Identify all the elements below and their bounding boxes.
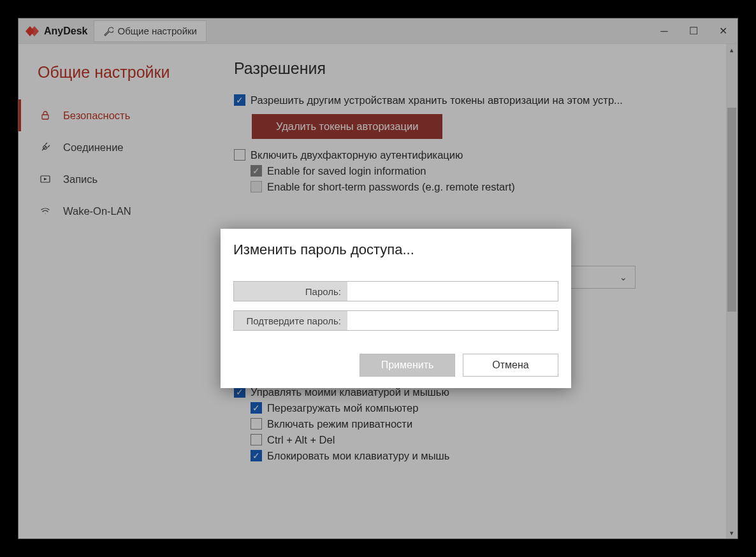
confirm-field-row: Подтвердите пароль:: [233, 310, 558, 331]
checkbox-icon: ✓: [251, 165, 262, 177]
sidebar-item-label: Соединение: [63, 141, 124, 154]
checkbox-restart[interactable]: ✓ Перезагружать мой компьютер: [251, 402, 722, 414]
checkbox-label: Блокировать мои клавиатуру и мышь: [267, 450, 449, 462]
password-field-row: Пароль:: [233, 281, 558, 301]
checkbox-two-factor[interactable]: Включить двухфакторную аутентификацию: [234, 149, 722, 161]
maximize-button[interactable]: ☐: [679, 18, 708, 43]
checkbox-privacy[interactable]: Включать режим приватности: [251, 418, 722, 430]
checkbox-icon: ✓: [234, 94, 245, 106]
checkbox-label: Включать режим приватности: [267, 418, 412, 430]
checkbox-label: Enable for short-term passwords (e.g. re…: [267, 181, 515, 193]
checkbox-label: Ctrl + Alt + Del: [267, 434, 335, 446]
sidebar-item-security[interactable]: Безопасность: [18, 99, 222, 131]
password-label: Пароль:: [234, 282, 347, 301]
content-heading: Разрешения: [234, 59, 722, 78]
tab-general-settings[interactable]: Общие настройки: [94, 20, 207, 42]
checkbox-block-kbm[interactable]: ✓ Блокировать мои клавиатуру и мышь: [251, 450, 722, 462]
password-input[interactable]: [347, 282, 558, 301]
titlebar: AnyDesk Общие настройки ─ ☐ ✕: [18, 18, 738, 44]
sidebar-item-connection[interactable]: Соединение: [18, 131, 222, 163]
minimize-button[interactable]: ─: [650, 18, 679, 43]
sidebar-title: Общие настройки: [18, 54, 222, 99]
wrench-icon: [103, 26, 113, 36]
confirm-input[interactable]: [347, 311, 558, 330]
checkbox-icon: [234, 149, 245, 161]
record-icon: [40, 174, 54, 184]
checkbox-enable-saved[interactable]: ✓ Enable for saved login information: [251, 165, 722, 177]
sidebar-item-wol[interactable]: Wake-On-LAN: [18, 195, 222, 227]
sidebar-item-record[interactable]: Запись: [18, 163, 222, 195]
checkbox-allow-tokens[interactable]: ✓ Разрешить другим устройствам хранить т…: [234, 94, 722, 106]
checkbox-icon: ✓: [251, 450, 262, 461]
checkbox-icon: [251, 181, 262, 192]
sidebar-item-label: Безопасность: [63, 110, 130, 122]
checkbox-label: Разрешить другим устройствам хранить ток…: [251, 94, 623, 106]
checkbox-icon: [251, 434, 262, 445]
plug-icon: [40, 142, 54, 152]
change-password-dialog: Изменить пароль доступа... Пароль: Подтв…: [221, 229, 571, 388]
close-button[interactable]: ✕: [708, 18, 738, 43]
dialog-title: Изменить пароль доступа...: [233, 242, 558, 258]
checkbox-label: Перезагружать мой компьютер: [267, 402, 418, 414]
checkbox-label: Включить двухфакторную аутентификацию: [251, 149, 463, 161]
anydesk-logo-icon: [24, 23, 40, 40]
dialog-buttons: Применить Отмена: [233, 354, 558, 377]
sidebar: Общие настройки Безопасность Соединение …: [18, 44, 222, 539]
checkbox-icon: ✓: [251, 402, 262, 414]
checkbox-cad[interactable]: Ctrl + Alt + Del: [251, 434, 722, 446]
apply-button[interactable]: Применить: [360, 354, 455, 377]
lock-icon: [40, 110, 54, 120]
svg-marker-4: [44, 178, 47, 180]
sidebar-item-label: Запись: [63, 173, 98, 185]
tab-label: Общие настройки: [117, 25, 197, 36]
cancel-button[interactable]: Отмена: [463, 354, 558, 377]
window-controls: ─ ☐ ✕: [650, 18, 738, 43]
checkbox-icon: [251, 418, 262, 430]
svg-rect-2: [42, 115, 48, 119]
app-name: AnyDesk: [44, 25, 87, 37]
checkbox-label: Enable for saved login information: [267, 165, 426, 177]
wifi-icon: [40, 206, 54, 216]
confirm-label: Подтвердите пароль:: [234, 311, 347, 330]
chevron-down-icon: ⌄: [620, 272, 627, 282]
sidebar-item-label: Wake-On-LAN: [63, 205, 131, 217]
app-window: AnyDesk Общие настройки ─ ☐ ✕ ▴ ▾ Общие …: [18, 18, 738, 539]
checkbox-enable-short[interactable]: Enable for short-term passwords (e.g. re…: [251, 181, 722, 193]
delete-tokens-button[interactable]: Удалить токены авторизации: [252, 114, 442, 139]
